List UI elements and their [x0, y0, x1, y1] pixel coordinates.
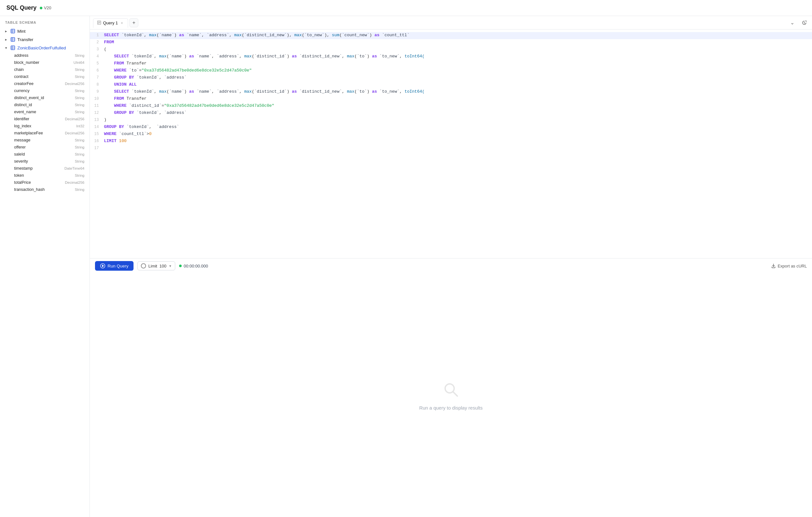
field-row-contract: contractString: [0, 73, 90, 80]
line-number: 17: [90, 145, 104, 152]
field-row-marketplaceFee: marketplaceFeeDecimal256: [0, 129, 90, 136]
line-content: WHERE `distinct_id`="0xa37d56482ad47be0d…: [104, 103, 812, 110]
field-row-block_number: block_numberUInt64: [0, 59, 90, 66]
field-type: Int32: [76, 124, 84, 128]
field-row-token: tokenString: [0, 172, 90, 179]
field-row-saleId: saleIdString: [0, 151, 90, 158]
expand-icon: ►: [4, 29, 8, 33]
line-content: FROM: [104, 39, 812, 46]
field-type: String: [75, 54, 84, 57]
code-line: 4 SELECT `tokenId`, max(`name`) as `name…: [90, 53, 812, 60]
line-content: UNION ALL: [104, 82, 812, 89]
limit-icon: [141, 263, 146, 268]
tab-close-button[interactable]: ×: [120, 21, 124, 26]
code-line: 8 UNION ALL: [90, 82, 812, 89]
field-name: identifier: [14, 117, 29, 121]
tabs-left: Query 1× +: [93, 18, 138, 28]
svg-rect-0: [11, 29, 15, 33]
code-line: 1SELECT `tokenId`, max(`name`) as `name`…: [90, 32, 812, 39]
line-number: 10: [90, 96, 104, 103]
tree-item-label: Mint: [17, 29, 26, 34]
run-icon: [100, 263, 105, 268]
run-label: Run Query: [108, 264, 128, 268]
export-button[interactable]: Export as cURL: [771, 264, 807, 268]
field-type: Decimal256: [65, 131, 84, 135]
line-number: 16: [90, 138, 104, 145]
field-name: offerer: [14, 145, 26, 149]
sidebar-item-zonicbasicorderfulfulled[interactable]: ▼ ZonicBasicOrderFulfulled: [0, 43, 90, 52]
field-name: creatorFee: [14, 82, 33, 86]
history-button[interactable]: [800, 18, 809, 27]
line-number: 15: [90, 131, 104, 138]
timer-badge: 00:00:00.000: [179, 264, 208, 268]
timer-value: 00:00:00.000: [183, 264, 208, 268]
line-content: ): [104, 117, 812, 124]
field-type: String: [75, 103, 84, 107]
field-row-chain: chainString: [0, 66, 90, 73]
version-badge: V20: [40, 5, 51, 10]
field-type: String: [75, 110, 84, 114]
code-line: 3(: [90, 46, 812, 53]
run-query-button[interactable]: Run Query: [95, 261, 134, 271]
sidebar-item-transfer[interactable]: ► Transfer: [0, 35, 90, 43]
field-name: contract: [14, 74, 28, 79]
app-header: SQL Query V20: [0, 0, 812, 16]
field-type: Decimal256: [65, 181, 84, 184]
line-number: 13: [90, 117, 104, 124]
table-icon: [10, 29, 16, 34]
field-name: transaction_hash: [14, 187, 45, 192]
tabs-dropdown-button[interactable]: ⌄: [788, 18, 796, 27]
results-area: Run a query to display results: [90, 273, 812, 517]
field-type: String: [75, 96, 84, 100]
export-label: Export as cURL: [778, 264, 807, 268]
svg-rect-4: [11, 37, 15, 41]
line-number: 9: [90, 89, 104, 96]
line-content: GROUP BY `tokenId`, `address`: [104, 124, 812, 131]
field-name: marketplaceFee: [14, 131, 43, 135]
code-line: 6 WHERE `to`="0xa37d56482ad47be0ded6e8dc…: [90, 67, 812, 74]
tabs-bar: Query 1× + ⌄: [90, 16, 812, 30]
field-name: chain: [14, 67, 24, 72]
line-content: WHERE `to`="0xa37d56482ad47be0ded6e8dce3…: [104, 67, 812, 74]
line-content: SELECT `tokenId`, max(`name`) as `name`,…: [104, 32, 812, 39]
field-row-identifier: identifierDecimal256: [0, 116, 90, 123]
svg-rect-8: [11, 46, 15, 50]
line-content: (: [104, 46, 812, 53]
line-number: 11: [90, 103, 104, 110]
code-line: 12 GROUP BY `tokenId`, `address`: [90, 110, 812, 117]
tree-item-label: Transfer: [17, 37, 33, 42]
line-content: SELECT `tokenId`, max(`name`) as `name`,…: [104, 89, 812, 96]
field-name: distinct_id: [14, 103, 32, 107]
limit-control[interactable]: Limit 100 ▼: [137, 262, 175, 270]
sql-editor[interactable]: 1SELECT `tokenId`, max(`name`) as `name`…: [90, 30, 812, 258]
line-number: 5: [90, 60, 104, 67]
field-row-totalPrice: totalPriceDecimal256: [0, 179, 90, 186]
line-number: 1: [90, 32, 104, 39]
line-content: LIMIT 100: [104, 138, 812, 145]
line-number: 4: [90, 53, 104, 60]
field-type: Decimal256: [65, 82, 84, 86]
search-icon: [441, 380, 461, 401]
add-tab-button[interactable]: +: [129, 18, 138, 27]
tab-query1[interactable]: Query 1×: [93, 18, 128, 28]
code-line: 10 FROM Transfer: [90, 96, 812, 103]
sidebar-section-label: TABLE SCHEMA: [0, 16, 90, 27]
field-type: String: [75, 89, 84, 93]
field-type: String: [75, 138, 84, 142]
field-row-distinct_event_id: distinct_event_idString: [0, 94, 90, 101]
sidebar-item-mint[interactable]: ► Mint: [0, 27, 90, 35]
field-name: currency: [14, 89, 30, 93]
line-number: 7: [90, 74, 104, 82]
line-content: FROM Transfer: [104, 60, 812, 67]
code-line: 16LIMIT 100: [90, 138, 812, 145]
field-row-message: messageString: [0, 136, 90, 144]
field-name: totalPrice: [14, 180, 31, 185]
line-number: 3: [90, 46, 104, 53]
line-content: WHERE `count_ttl`>0: [104, 131, 812, 138]
line-number: 14: [90, 124, 104, 131]
field-name: token: [14, 173, 24, 178]
field-type: String: [75, 152, 84, 156]
version-label: V20: [44, 5, 51, 10]
code-line: 5 FROM Transfer: [90, 60, 812, 67]
line-content: [104, 145, 812, 152]
